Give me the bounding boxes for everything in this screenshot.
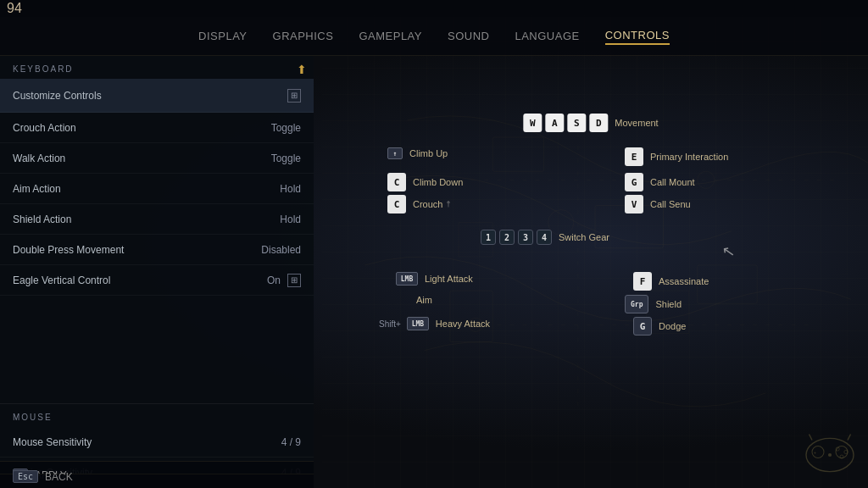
customize-controls-label: Customize Controls: [13, 90, 102, 102]
mouse-sensitivity-row[interactable]: Mouse Sensitivity 4 / 9: [0, 427, 314, 458]
light-attack-key: LMB: [396, 272, 418, 286]
walk-action-label: Walk Action: [13, 152, 65, 164]
assassinate-label: Assassinate: [659, 276, 709, 286]
light-attack-label: Light Attack: [425, 274, 473, 284]
shield-action-row[interactable]: Shield Action Hold: [0, 204, 314, 235]
climb-down-key: C: [387, 173, 406, 191]
crouch-action-value: Toggle: [271, 122, 301, 134]
call-mount-key: G: [625, 173, 643, 191]
eagle-vertical-icon: ⊞: [287, 274, 301, 287]
walk-action-value: Toggle: [271, 152, 301, 164]
key-3: 3: [518, 230, 533, 245]
eagle-vertical-row[interactable]: Eagle Vertical Control On ⊞: [0, 265, 314, 296]
crouch-item: C Crouch †: [387, 195, 450, 214]
call-mount-item: G Call Mount: [625, 173, 695, 191]
light-attack-item: LMB Light Attack: [396, 272, 473, 286]
scroll-indicator: ⬆: [297, 63, 307, 76]
aim-action-value: Hold: [280, 183, 301, 195]
climb-up-item: ↑ Climb Up: [387, 147, 448, 159]
dodge-key: G: [633, 317, 652, 336]
controls-diagram: W A S D Movement ↑ Climb Up C Climb Down: [345, 90, 837, 454]
heavy-attack-item: Shift+ LMB Heavy Attack: [379, 317, 490, 330]
keyboard-settings-list: Customize Controls ⊞ Crouch Action Toggl…: [0, 79, 314, 403]
crouch-key: C: [387, 195, 406, 214]
customize-controls-icon: ⊞: [287, 89, 301, 103]
nav-tabs: Display Graphics Gameplay Sound Language…: [0, 17, 868, 56]
mouse-sensitivity-label: Mouse Sensitivity: [13, 436, 92, 448]
heavy-attack-label: Heavy Attack: [436, 319, 490, 329]
back-key-icon: Esc: [13, 470, 38, 483]
tab-graphics[interactable]: Graphics: [273, 28, 334, 44]
call-senu-label: Call Senu: [650, 199, 691, 209]
double-press-label: Double Press Movement: [13, 244, 124, 256]
aim-label: Aim: [416, 295, 432, 305]
shield-action-label: Shield Action: [13, 214, 71, 225]
shield-key: Grp: [625, 295, 648, 313]
eagle-vertical-value: On: [267, 274, 281, 286]
climb-down-item: C Climb Down: [387, 173, 463, 191]
heavy-attack-modifier: Shift+: [379, 319, 401, 329]
call-mount-label: Call Mount: [650, 177, 695, 187]
walk-action-row[interactable]: Walk Action Toggle: [0, 143, 314, 174]
dodge-label: Dodge: [659, 321, 686, 331]
climb-up-key: ↑: [387, 147, 403, 159]
aim-action-row[interactable]: Aim Action Hold: [0, 174, 314, 204]
a-key: A: [545, 114, 564, 132]
eagle-vertical-label: Eagle Vertical Control: [13, 274, 110, 286]
mouse-sensitivity-value: 4 / 9: [281, 436, 301, 448]
shield-label: Shield: [655, 299, 682, 309]
top-bar: 94: [0, 0, 868, 17]
assassinate-key: F: [633, 272, 652, 291]
crouch-superscript: †: [446, 200, 450, 208]
heavy-attack-key: LMB: [407, 317, 429, 330]
back-label: BACK: [45, 471, 73, 483]
d-key: D: [589, 114, 608, 132]
movement-label: Movement: [615, 118, 658, 128]
tab-language[interactable]: Language: [515, 28, 579, 44]
keyboard-section-label: KEYBOARD: [0, 56, 314, 79]
crouch-action-row[interactable]: Crouch Action Toggle: [0, 113, 314, 143]
key-1: 1: [481, 230, 496, 245]
s-key: S: [567, 114, 586, 132]
double-press-row[interactable]: Double Press Movement Disabled: [0, 235, 314, 265]
switch-gear-label: Switch Gear: [559, 232, 609, 242]
primary-interaction-label: Primary Interaction: [650, 152, 728, 162]
shield-action-value: Hold: [280, 214, 301, 225]
call-senu-key: V: [625, 195, 643, 214]
w-key: W: [523, 114, 542, 132]
call-senu-item: V Call Senu: [625, 195, 691, 214]
crouch-action-label: Crouch Action: [13, 122, 76, 134]
tab-gameplay[interactable]: Gameplay: [359, 28, 422, 44]
tab-sound[interactable]: Sound: [448, 28, 489, 44]
tab-display[interactable]: Display: [198, 28, 247, 44]
cursor-icon: ↖: [721, 241, 737, 262]
back-button-area[interactable]: Esc BACK: [0, 465, 86, 488]
switch-gear-item: 1 2 3 4 Switch Gear: [481, 230, 609, 245]
dodge-item: G Dodge: [633, 317, 686, 336]
key-2: 2: [499, 230, 515, 245]
left-panel: ⬆ KEYBOARD Customize Controls ⊞ Crouch A…: [0, 56, 314, 488]
system-title: 94: [7, 1, 22, 16]
wasd-group: W A S D Movement: [523, 114, 658, 132]
right-panel: W A S D Movement ↑ Climb Up C Climb Down: [314, 56, 868, 488]
primary-interaction-item: E Primary Interaction: [625, 147, 728, 166]
aim-action-label: Aim Action: [13, 183, 61, 195]
shield-item: Grp Shield: [625, 295, 682, 313]
climb-up-label: Climb Up: [409, 148, 448, 158]
tab-controls[interactable]: Controls: [605, 27, 670, 45]
primary-interaction-key: E: [625, 147, 643, 166]
climb-down-label: Climb Down: [413, 177, 463, 187]
key-4: 4: [537, 230, 552, 245]
assassinate-item: F Assassinate: [633, 272, 709, 291]
double-press-value: Disabled: [261, 244, 301, 256]
aim-item: Aim: [413, 295, 432, 305]
mouse-section-label: MOUSE: [0, 404, 314, 427]
crouch-label: Crouch: [413, 199, 442, 209]
customize-controls-row[interactable]: Customize Controls ⊞: [0, 79, 314, 113]
main-content: ⬆ KEYBOARD Customize Controls ⊞ Crouch A…: [0, 56, 868, 488]
